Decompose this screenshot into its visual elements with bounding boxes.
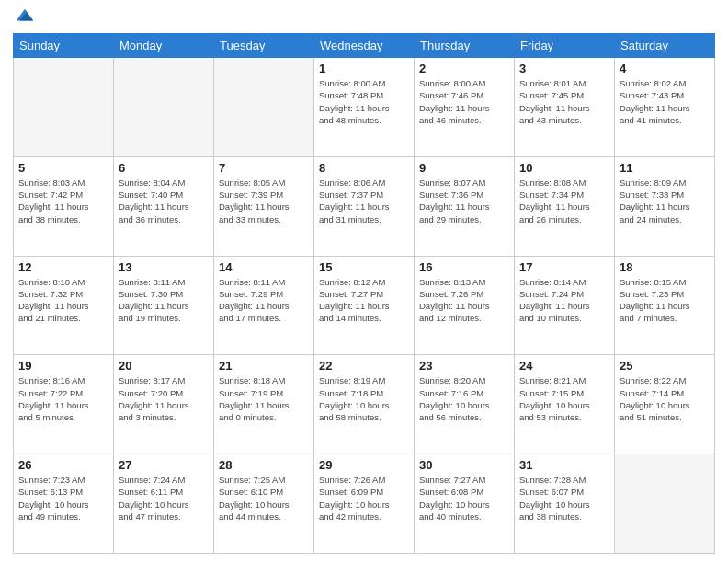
day-info: Sunrise: 8:22 AM Sunset: 7:14 PM Dayligh…: [620, 374, 710, 423]
day-number: 28: [219, 458, 309, 472]
calendar-week-row: 1Sunrise: 8:00 AM Sunset: 7:48 PM Daylig…: [14, 58, 715, 157]
calendar-week-row: 19Sunrise: 8:16 AM Sunset: 7:22 PM Dayli…: [14, 355, 715, 454]
calendar-day-31: 31Sunrise: 7:28 AM Sunset: 6:07 PM Dayli…: [515, 454, 615, 554]
day-info: Sunrise: 8:04 AM Sunset: 7:40 PM Dayligh…: [119, 177, 209, 225]
day-number: 14: [219, 260, 309, 274]
calendar-day-4: 4Sunrise: 8:02 AM Sunset: 7:43 PM Daylig…: [615, 58, 715, 157]
calendar-day-11: 11Sunrise: 8:09 AM Sunset: 7:33 PM Dayli…: [615, 156, 715, 256]
day-info: Sunrise: 8:16 AM Sunset: 7:22 PM Dayligh…: [18, 374, 108, 423]
day-info: Sunrise: 8:07 AM Sunset: 7:36 PM Dayligh…: [419, 177, 509, 225]
day-number: 3: [519, 62, 609, 75]
day-number: 27: [119, 458, 209, 472]
weekday-header-monday: Monday: [114, 34, 214, 58]
day-info: Sunrise: 8:20 AM Sunset: 7:16 PM Dayligh…: [419, 374, 509, 423]
day-number: 20: [119, 359, 209, 373]
calendar-day-empty: [615, 454, 715, 554]
calendar-day-7: 7Sunrise: 8:05 AM Sunset: 7:39 PM Daylig…: [214, 156, 314, 256]
day-info: Sunrise: 8:21 AM Sunset: 7:15 PM Dayligh…: [519, 374, 609, 423]
day-info: Sunrise: 8:11 AM Sunset: 7:30 PM Dayligh…: [119, 276, 209, 325]
day-number: 7: [219, 161, 309, 175]
day-number: 8: [319, 161, 409, 175]
day-info: Sunrise: 8:18 AM Sunset: 7:19 PM Dayligh…: [219, 374, 309, 423]
day-info: Sunrise: 8:14 AM Sunset: 7:24 PM Dayligh…: [519, 276, 609, 325]
day-number: 5: [18, 161, 108, 175]
calendar-day-30: 30Sunrise: 7:27 AM Sunset: 6:08 PM Dayli…: [415, 454, 515, 554]
calendar-day-5: 5Sunrise: 8:03 AM Sunset: 7:42 PM Daylig…: [14, 156, 114, 256]
day-info: Sunrise: 8:08 AM Sunset: 7:34 PM Dayligh…: [519, 177, 609, 225]
day-info: Sunrise: 8:03 AM Sunset: 7:42 PM Dayligh…: [18, 177, 108, 225]
calendar-day-18: 18Sunrise: 8:15 AM Sunset: 7:23 PM Dayli…: [615, 256, 715, 355]
calendar-day-10: 10Sunrise: 8:08 AM Sunset: 7:34 PM Dayli…: [515, 156, 615, 256]
day-number: 10: [519, 161, 609, 175]
day-number: 24: [519, 359, 609, 373]
day-number: 11: [620, 161, 710, 175]
weekday-header-saturday: Saturday: [615, 34, 715, 58]
day-info: Sunrise: 7:28 AM Sunset: 6:07 PM Dayligh…: [519, 474, 609, 523]
calendar-week-row: 5Sunrise: 8:03 AM Sunset: 7:42 PM Daylig…: [14, 156, 715, 256]
calendar-day-26: 26Sunrise: 7:23 AM Sunset: 6:13 PM Dayli…: [14, 454, 114, 554]
logo: [13, 9, 35, 26]
day-number: 22: [319, 359, 409, 373]
calendar-week-row: 26Sunrise: 7:23 AM Sunset: 6:13 PM Dayli…: [14, 454, 715, 554]
calendar-day-21: 21Sunrise: 8:18 AM Sunset: 7:19 PM Dayli…: [214, 355, 314, 454]
day-number: 15: [319, 260, 409, 274]
calendar-day-1: 1Sunrise: 8:00 AM Sunset: 7:48 PM Daylig…: [314, 58, 415, 157]
calendar-week-row: 12Sunrise: 8:10 AM Sunset: 7:32 PM Dayli…: [14, 256, 715, 355]
day-info: Sunrise: 7:27 AM Sunset: 6:08 PM Dayligh…: [419, 474, 509, 523]
header: [13, 9, 715, 26]
calendar-day-23: 23Sunrise: 8:20 AM Sunset: 7:16 PM Dayli…: [415, 355, 515, 454]
day-number: 17: [519, 260, 609, 274]
weekday-header-row: SundayMondayTuesdayWednesdayThursdayFrid…: [14, 34, 715, 58]
day-number: 21: [219, 359, 309, 373]
day-number: 23: [419, 359, 509, 373]
calendar-day-16: 16Sunrise: 8:13 AM Sunset: 7:26 PM Dayli…: [415, 256, 515, 355]
day-info: Sunrise: 8:12 AM Sunset: 7:27 PM Dayligh…: [319, 276, 409, 325]
calendar-day-14: 14Sunrise: 8:11 AM Sunset: 7:29 PM Dayli…: [214, 256, 314, 355]
logo-text: [13, 9, 35, 26]
day-info: Sunrise: 7:26 AM Sunset: 6:09 PM Dayligh…: [319, 474, 409, 523]
day-info: Sunrise: 8:15 AM Sunset: 7:23 PM Dayligh…: [620, 276, 710, 325]
weekday-header-tuesday: Tuesday: [214, 34, 314, 58]
calendar-day-12: 12Sunrise: 8:10 AM Sunset: 7:32 PM Dayli…: [14, 256, 114, 355]
day-number: 19: [18, 359, 108, 373]
day-info: Sunrise: 8:05 AM Sunset: 7:39 PM Dayligh…: [219, 177, 309, 225]
calendar-day-25: 25Sunrise: 8:22 AM Sunset: 7:14 PM Dayli…: [615, 355, 715, 454]
day-number: 9: [419, 161, 509, 175]
day-info: Sunrise: 8:17 AM Sunset: 7:20 PM Dayligh…: [119, 374, 209, 423]
day-number: 29: [319, 458, 409, 472]
calendar-day-3: 3Sunrise: 8:01 AM Sunset: 7:45 PM Daylig…: [515, 58, 615, 157]
day-info: Sunrise: 7:23 AM Sunset: 6:13 PM Dayligh…: [18, 474, 108, 523]
day-number: 13: [119, 260, 209, 274]
day-number: 30: [419, 458, 509, 472]
day-number: 1: [319, 62, 409, 75]
calendar-day-19: 19Sunrise: 8:16 AM Sunset: 7:22 PM Dayli…: [14, 355, 114, 454]
day-number: 2: [419, 62, 509, 75]
calendar-day-28: 28Sunrise: 7:25 AM Sunset: 6:10 PM Dayli…: [214, 454, 314, 554]
day-info: Sunrise: 8:13 AM Sunset: 7:26 PM Dayligh…: [419, 276, 509, 325]
calendar-day-8: 8Sunrise: 8:06 AM Sunset: 7:37 PM Daylig…: [314, 156, 415, 256]
logo-icon: [15, 6, 35, 26]
calendar-day-6: 6Sunrise: 8:04 AM Sunset: 7:40 PM Daylig…: [114, 156, 214, 256]
day-info: Sunrise: 7:25 AM Sunset: 6:10 PM Dayligh…: [219, 474, 309, 523]
calendar-day-22: 22Sunrise: 8:19 AM Sunset: 7:18 PM Dayli…: [314, 355, 415, 454]
calendar-day-29: 29Sunrise: 7:26 AM Sunset: 6:09 PM Dayli…: [314, 454, 415, 554]
calendar-day-24: 24Sunrise: 8:21 AM Sunset: 7:15 PM Dayli…: [515, 355, 615, 454]
day-info: Sunrise: 8:09 AM Sunset: 7:33 PM Dayligh…: [620, 177, 710, 225]
calendar-day-17: 17Sunrise: 8:14 AM Sunset: 7:24 PM Dayli…: [515, 256, 615, 355]
day-number: 26: [18, 458, 108, 472]
day-info: Sunrise: 8:19 AM Sunset: 7:18 PM Dayligh…: [319, 374, 409, 423]
day-info: Sunrise: 8:10 AM Sunset: 7:32 PM Dayligh…: [18, 276, 108, 325]
weekday-header-wednesday: Wednesday: [314, 34, 415, 58]
day-info: Sunrise: 8:01 AM Sunset: 7:45 PM Dayligh…: [519, 77, 609, 126]
weekday-header-thursday: Thursday: [415, 34, 515, 58]
day-number: 4: [620, 62, 710, 75]
day-number: 16: [419, 260, 509, 274]
weekday-header-friday: Friday: [515, 34, 615, 58]
calendar-day-20: 20Sunrise: 8:17 AM Sunset: 7:20 PM Dayli…: [114, 355, 214, 454]
page: SundayMondayTuesdayWednesdayThursdayFrid…: [0, 0, 728, 563]
day-number: 25: [620, 359, 710, 373]
day-info: Sunrise: 8:11 AM Sunset: 7:29 PM Dayligh…: [219, 276, 309, 325]
calendar-table: SundayMondayTuesdayWednesdayThursdayFrid…: [13, 33, 715, 554]
calendar-day-27: 27Sunrise: 7:24 AM Sunset: 6:11 PM Dayli…: [114, 454, 214, 554]
day-number: 12: [18, 260, 108, 274]
